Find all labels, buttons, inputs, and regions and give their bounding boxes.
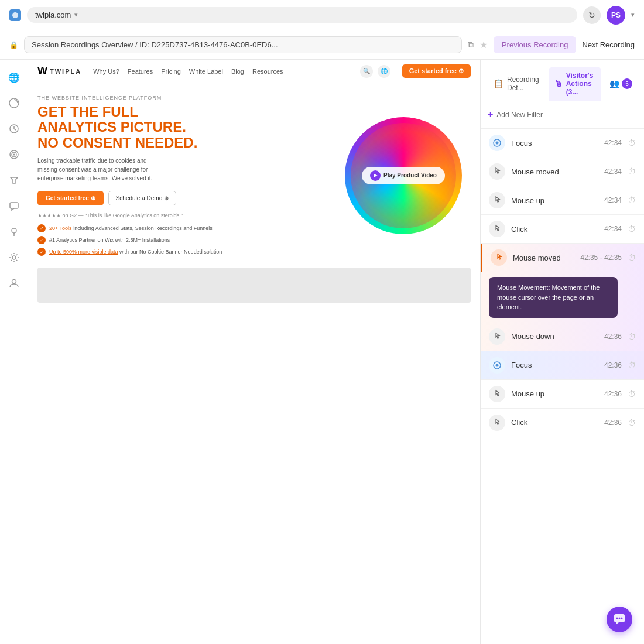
recording-preview: W TWIPLA Why Us? Features Pricing White … xyxy=(28,60,480,644)
main-layout: 🌐 xyxy=(0,60,644,644)
svg-point-11 xyxy=(496,142,499,145)
svg-point-13 xyxy=(496,364,499,366)
event-mouse-down-icon-1 xyxy=(489,328,505,345)
add-filter-plus-icon: + xyxy=(488,109,493,120)
event-item-click-1[interactable]: Click 42:34 ⏱ xyxy=(481,215,644,244)
hero-title: GET THE FULLANALYTICS PICTURE.NO CONSENT… xyxy=(37,104,330,150)
hero-right: ▶ Play Product Video xyxy=(336,95,471,256)
svg-point-5 xyxy=(13,154,15,156)
play-label: Play Product Video xyxy=(383,172,437,179)
feature-text-1: 20+ Tools including Advanced Stats, Sess… xyxy=(49,225,213,231)
site-footer-preview xyxy=(37,268,471,303)
recording-url-field[interactable]: Session Recordings Overview / ID: D225D7… xyxy=(24,36,462,53)
browser-chrome: twipla.com ▾ ↻ PS ▾ xyxy=(0,0,644,30)
browser-url-bar[interactable]: twipla.com ▾ xyxy=(27,7,577,23)
sidebar-item-settings[interactable] xyxy=(4,247,25,268)
event-item-focus-2[interactable]: Focus 42:36 ⏱ xyxy=(481,351,644,380)
event-clock-mouse-up-2[interactable]: ⏱ xyxy=(628,389,636,399)
svg-point-8 xyxy=(12,256,16,259)
copy-icon[interactable]: ⧉ xyxy=(468,40,474,50)
feature-item-3: ✓ Up to 500% more visible data with our … xyxy=(37,248,330,256)
nav-blog[interactable]: Blog xyxy=(231,68,244,75)
hero-subtitle: Losing trackable traffic due to cookies … xyxy=(37,156,155,183)
feature-icon-2: ✓ xyxy=(37,236,46,244)
event-time-mouse-up-2: 42:36 xyxy=(604,390,622,398)
event-time-focus-2: 42:36 xyxy=(604,361,622,369)
sidebar-item-clock[interactable] xyxy=(4,118,25,139)
bookmark-icon[interactable]: ★ xyxy=(479,39,488,50)
event-clock-mouse-2[interactable]: ⏱ xyxy=(628,253,636,262)
event-item-mouse-up-2[interactable]: Mouse up 42:36 ⏱ xyxy=(481,380,644,409)
event-item-mouse-moved-1[interactable]: Mouse moved 42:34 ⏱ xyxy=(481,157,644,186)
event-item-mouse-down-1[interactable]: Mouse down 42:36 ⏱ xyxy=(481,323,644,351)
hero-features: ✓ 20+ Tools including Advanced Stats, Se… xyxy=(37,224,330,256)
refresh-button[interactable]: ↻ xyxy=(583,6,601,24)
nav-pricing[interactable]: Pricing xyxy=(161,68,181,75)
feature-text-2: #1 Analytics Partner on Wix with 2.5M+ I… xyxy=(49,237,170,243)
nav-why-us[interactable]: Why Us? xyxy=(93,68,119,75)
address-bar: 🔒 Session Recordings Overview / ID: D225… xyxy=(0,30,644,60)
event-name-click-1: Click xyxy=(511,225,598,234)
hero-cta-secondary[interactable]: Schedule a Demo ⊕ xyxy=(108,191,176,205)
feature-text-3: Up to 500% more visible data with our No… xyxy=(49,249,222,255)
feature-icon-3: ✓ xyxy=(37,248,46,256)
svg-point-15 xyxy=(616,618,618,619)
event-clock-mouse-up-1[interactable]: ⏱ xyxy=(628,196,636,205)
tooltip-box: Mouse Movement: Movement of the mouse cu… xyxy=(489,277,618,318)
event-name-mouse-down-1: Mouse down xyxy=(511,332,598,341)
event-clock-click-2[interactable]: ⏱ xyxy=(628,418,636,427)
url-dropdown-icon[interactable]: ▾ xyxy=(74,11,78,19)
tab-visitor-actions[interactable]: 🖱 Visitor's Actions (3... xyxy=(549,67,601,101)
sidebar-item-target[interactable] xyxy=(4,144,25,165)
sidebar-item-profile[interactable] xyxy=(4,273,25,294)
events-list[interactable]: Focus 42:34 ⏱ Mouse moved 42:34 ⏱ xyxy=(481,129,644,644)
event-item-click-2[interactable]: Click 42:36 ⏱ xyxy=(481,409,644,437)
tab-recording-details[interactable]: 📋 Recording Det... xyxy=(488,71,545,97)
event-click-icon-1 xyxy=(489,221,505,237)
previous-recording-button[interactable]: Previous Recording xyxy=(494,36,576,53)
sidebar-item-analytics[interactable] xyxy=(4,93,25,114)
website-mockup: W TWIPLA Why Us? Features Pricing White … xyxy=(28,60,480,644)
chat-fab-button[interactable] xyxy=(607,607,632,632)
next-recording-button[interactable]: Next Recording xyxy=(582,40,635,49)
feature-item-1: ✓ 20+ Tools including Advanced Stats, Se… xyxy=(37,224,330,232)
event-name-mouse-up-1: Mouse up xyxy=(511,196,598,205)
event-clock-mouse-down-1[interactable]: ⏱ xyxy=(628,332,636,341)
recording-breadcrumb: Session Recordings Overview / ID: D225D7… xyxy=(32,40,278,49)
avatar-dropdown-icon[interactable]: ▾ xyxy=(631,11,635,19)
play-button-overlay[interactable]: ▶ Play Product Video xyxy=(362,167,445,184)
event-clock-focus-1[interactable]: ⏱ xyxy=(628,138,636,148)
nav-resources[interactable]: Resources xyxy=(252,68,283,75)
event-focus-icon-2 xyxy=(489,357,505,374)
event-clock-mouse-1[interactable]: ⏱ xyxy=(628,167,636,176)
visitor-actions-icon: 🖱 xyxy=(554,79,563,88)
nav-icon-2: 🌐 xyxy=(378,65,390,78)
sidebar-item-chat[interactable] xyxy=(4,196,25,217)
event-time-click-1: 42:34 xyxy=(604,225,622,233)
add-filter-label: Add New Filter xyxy=(496,111,543,119)
sidebar: 🌐 xyxy=(0,60,28,644)
nav-white-label[interactable]: White Label xyxy=(189,68,223,75)
event-time-mouse-up-1: 42:34 xyxy=(604,196,622,204)
hero-cta-primary[interactable]: Get started free ⊕ xyxy=(37,191,104,205)
event-item-focus-1[interactable]: Focus 42:34 ⏱ xyxy=(481,129,644,157)
tooltip-text: Mouse Movement: Movement of the mouse cu… xyxy=(497,284,600,310)
add-filter-button[interactable]: + Add New Filter xyxy=(488,107,543,122)
event-clock-focus-2[interactable]: ⏱ xyxy=(628,361,636,370)
event-clock-click-1[interactable]: ⏱ xyxy=(628,224,636,234)
site-cta-button[interactable]: Get started free ⊕ xyxy=(402,64,471,78)
event-mouse-up-icon-1 xyxy=(489,192,505,208)
sidebar-item-globe[interactable]: 🌐 xyxy=(4,67,25,88)
browser-favicon xyxy=(9,9,21,21)
hero-left: THE WEBSITE INTELLIGENCE PLATFORM GET TH… xyxy=(37,95,330,256)
event-time-click-2: 42:36 xyxy=(604,419,622,427)
content-area: W TWIPLA Why Us? Features Pricing White … xyxy=(28,60,644,644)
site-logo: W TWIPLA xyxy=(37,65,81,77)
sidebar-item-funnel[interactable] xyxy=(4,170,25,191)
nav-features[interactable]: Features xyxy=(128,68,153,75)
event-item-mouse-moved-2[interactable]: Mouse moved 42:35 - 42:35 ⏱ xyxy=(481,244,644,272)
event-item-mouse-up-1[interactable]: Mouse up 42:34 ⏱ xyxy=(481,186,644,215)
sidebar-item-pin[interactable] xyxy=(4,221,25,242)
svg-point-0 xyxy=(12,12,18,18)
user-avatar[interactable]: PS xyxy=(607,6,625,25)
